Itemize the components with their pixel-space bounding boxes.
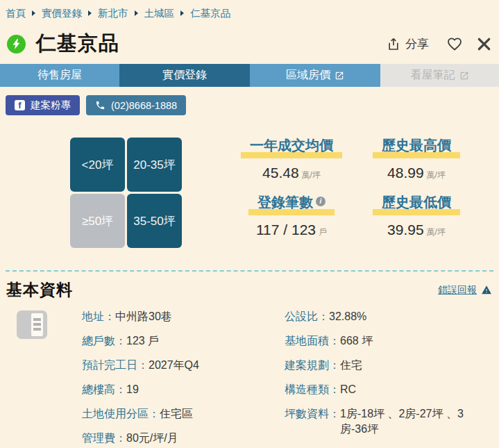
tab-area-prices[interactable]: 區域房價 [250,64,380,87]
facebook-page-button[interactable]: f 建案粉專 [6,95,80,115]
info-row-project-type: 建案規劃： 住宅 [285,358,487,373]
info-value: 123 戶 [126,333,159,349]
info-row-completion-date: 預計完工日： 2027年Q4 [82,358,280,373]
tab-viewing-notes[interactable]: 看屋筆記 [380,64,499,87]
dashed-divider [6,270,493,272]
info-row-site-area: 基地面積： 668 坪 [285,333,487,349]
stat-avg-price: 一年成交均價 45.48 萬/坪 [229,136,354,193]
info-label: 土地使用分區： [82,406,160,422]
stat-value: 39.95 [387,222,424,238]
section-title: 基本資料 [6,279,73,301]
external-link-icon [335,71,344,81]
breadcrumb-price-registry[interactable]: 實價登錄 [42,7,82,20]
stat-value: 117 / 123 [256,222,316,238]
info-label: 總樓高： [82,382,126,397]
info-label: 公設比： [285,309,329,324]
chevron-right-icon [180,10,184,16]
lightning-icon [7,35,26,53]
size-filter-20-35[interactable]: 20-35坪 [127,138,182,192]
tab-label: 區域房價 [286,68,330,83]
favorite-button[interactable] [446,35,464,52]
info-row-zoning: 土地使用分區： 住宅區 [82,406,280,422]
stat-value: 48.99 [387,165,424,181]
info-value: 住宅區 [160,406,193,422]
info-label: 管理費： [82,431,126,446]
facebook-icon: f [15,100,25,110]
tab-label: 實價登錄 [162,68,207,83]
info-value: RC [340,382,356,397]
stat-title: 一年成交均價 [241,136,342,158]
size-filter-grid: <20坪 20-35坪 ≥50坪 35-50坪 [70,138,182,248]
info-value: 1房-18坪 、2房-27坪 、3房-36坪 [340,406,487,437]
heart-icon [446,35,464,52]
info-row-total-floors: 總樓高： 19 [82,382,280,397]
info-value: 19 [126,382,139,397]
breadcrumb-city[interactable]: 新北市 [98,7,128,20]
stat-title: 歷史最高價 [373,136,460,158]
info-icon[interactable]: i [316,197,325,206]
info-row-address: 地址： 中州路30巷 [82,309,280,324]
size-filter-over-50: ≥50坪 [70,194,125,248]
info-label: 構造種類： [285,382,340,397]
share-label: 分享 [405,36,429,52]
page-title: 仁基京品 [36,30,119,58]
stat-unit: 萬/坪 [302,169,321,181]
breadcrumb-district[interactable]: 土城區 [144,7,175,20]
info-row-total-units: 總戶數： 123 戶 [82,333,280,349]
tab-price-registry-active[interactable]: 實價登錄 [119,64,250,87]
external-link-icon [459,71,469,81]
info-row-public-ratio: 公設比： 32.88% [285,309,487,324]
stat-unit: 萬/坪 [427,226,446,238]
info-label: 預計完工日： [82,358,149,373]
info-label: 地址： [82,309,115,324]
size-filter-35-50[interactable]: 35-50坪 [127,194,182,248]
chevron-right-icon [32,10,35,16]
info-value: 2027年Q4 [149,358,199,373]
stat-unit: 戶 [319,226,327,238]
info-label: 基地面積： [285,333,340,349]
tab-label: 待售房屋 [37,68,82,83]
info-value: 80元/坪/月 [126,431,178,446]
breadcrumb: 首頁 實價登錄 新北市 土城區 仁基京品 [0,0,499,24]
tab-for-sale[interactable]: 待售房屋 [0,64,119,87]
stat-title: 歷史最低價 [373,193,460,215]
error-report-link[interactable]: 錯誤回報 [438,284,492,297]
info-value: 668 坪 [340,333,373,349]
breadcrumb-home[interactable]: 首頁 [6,7,26,20]
chevron-right-icon [135,10,138,16]
warning-icon [481,285,492,295]
stat-highest-price: 歷史最高價 48.99 萬/坪 [354,136,479,193]
basic-info-header: 基本資料 錯誤回報 [6,279,492,301]
tab-label: 看屋筆記 [411,68,455,83]
close-icon [476,36,492,52]
basic-info-left-column: 地址： 中州路30巷 總戶數： 123 戶 預計完工日： 2027年Q4 總樓高… [82,309,280,448]
info-label: 總戶數： [82,333,126,349]
phone-call-button[interactable]: (02)8668-1888 [86,95,186,115]
stat-unit: 萬/坪 [427,169,446,181]
error-report-label: 錯誤回報 [438,284,477,297]
stat-title: 登錄筆數 i [248,193,335,215]
close-button[interactable] [476,36,492,52]
info-row-management-fee: 管理費： 80元/坪/月 [82,431,280,446]
info-label: 坪數資料： [285,406,340,437]
info-value: 住宅 [340,358,362,373]
info-value: 32.88% [329,309,366,324]
breadcrumb-current: 仁基京品 [190,7,230,20]
size-filter-under-20[interactable]: <20坪 [70,138,125,192]
stat-value: 45.48 [262,165,299,181]
info-value: 中州路30巷 [115,309,172,324]
phone-icon [95,100,105,110]
info-label: 建案規劃： [285,358,340,373]
action-buttons: f 建案粉專 (02)8668-1888 [6,95,186,115]
chevron-right-icon [88,10,92,16]
document-icon [17,310,47,339]
basic-info-right-column: 公設比： 32.88% 基地面積： 668 坪 建案規劃： 住宅 構造種類： R… [285,309,487,446]
info-row-unit-sizes: 坪數資料： 1房-18坪 、2房-27坪 、3房-36坪 [285,406,487,437]
info-row-structure-type: 構造種類： RC [285,382,487,397]
property-detail-page: 首頁 實價登錄 新北市 土城區 仁基京品 仁基京品 分享 [0,0,499,448]
phone-button-label: (02)8668-1888 [111,100,177,111]
share-icon [387,37,400,51]
tab-bar: 待售房屋 實價登錄 區域房價 看屋筆記 [0,64,499,87]
price-stats: 一年成交均價 45.48 萬/坪 歷史最高價 48.99 萬/坪 登錄筆數 i … [229,136,479,250]
share-button[interactable]: 分享 [387,36,429,52]
